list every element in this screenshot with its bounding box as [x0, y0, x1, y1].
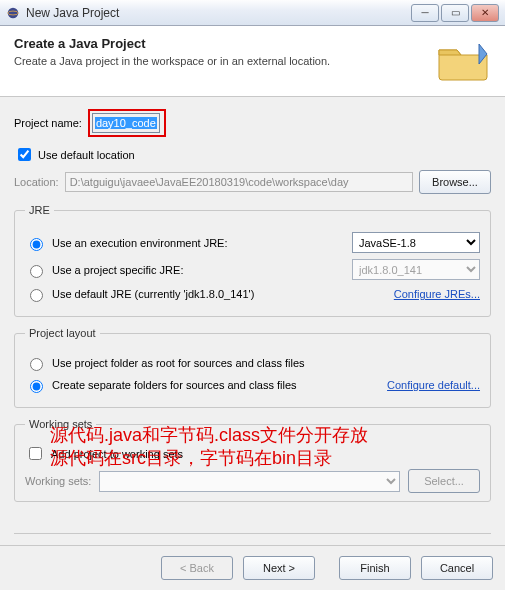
- jre-legend: JRE: [25, 204, 54, 216]
- add-working-sets-label: Add project to working sets: [51, 448, 183, 460]
- use-default-location-label: Use default location: [38, 149, 135, 161]
- root-layout-label: Use project folder as root for sources a…: [52, 357, 480, 369]
- working-sets-legend: Working sets: [25, 418, 96, 430]
- layout-group: Project layout Use project folder as roo…: [14, 327, 491, 408]
- banner-subheading: Create a Java project in the workspace o…: [14, 55, 425, 67]
- back-button: < Back: [161, 556, 233, 580]
- window-title: New Java Project: [26, 6, 119, 20]
- working-sets-label: Working sets:: [25, 475, 91, 487]
- cancel-button[interactable]: Cancel: [421, 556, 493, 580]
- window-controls: ─ ▭ ✕: [411, 4, 499, 22]
- default-jre-label: Use default JRE (currently 'jdk1.8.0_141…: [52, 288, 388, 300]
- jre-group: JRE Use an execution environment JRE: Ja…: [14, 204, 491, 317]
- exec-env-select[interactable]: JavaSE-1.8: [352, 232, 480, 253]
- wizard-banner: Create a Java Project Create a Java proj…: [0, 26, 505, 97]
- maximize-button[interactable]: ▭: [441, 4, 469, 22]
- finish-button[interactable]: Finish: [339, 556, 411, 580]
- exec-env-radio[interactable]: [30, 238, 43, 251]
- project-name-label: Project name:: [14, 117, 82, 129]
- project-jre-radio[interactable]: [30, 265, 43, 278]
- location-label: Location:: [14, 176, 59, 188]
- highlight-annotation: day10_code: [88, 109, 166, 137]
- project-jre-label: Use a project specific JRE:: [52, 264, 346, 276]
- add-working-sets-checkbox[interactable]: [29, 447, 42, 460]
- separate-layout-radio[interactable]: [30, 380, 43, 393]
- wizard-footer: < Back Next > Finish Cancel: [0, 545, 505, 590]
- browse-button[interactable]: Browse...: [419, 170, 491, 194]
- folder-icon: [435, 36, 491, 84]
- exec-env-label: Use an execution environment JRE:: [52, 237, 346, 249]
- project-name-row: Project name: day10_code: [14, 109, 491, 137]
- select-working-sets-button: Select...: [408, 469, 480, 493]
- project-name-input[interactable]: day10_code: [95, 117, 157, 129]
- configure-default-link[interactable]: Configure default...: [387, 379, 480, 391]
- root-layout-radio[interactable]: [30, 358, 43, 371]
- titlebar: New Java Project ─ ▭ ✕: [0, 0, 505, 26]
- use-default-location-checkbox[interactable]: [18, 148, 31, 161]
- separate-layout-label: Create separate folders for sources and …: [52, 379, 381, 391]
- banner-heading: Create a Java Project: [14, 36, 425, 51]
- eclipse-icon: [6, 6, 20, 20]
- svg-point-0: [8, 7, 19, 18]
- configure-jres-link[interactable]: Configure JREs...: [394, 288, 480, 300]
- close-button[interactable]: ✕: [471, 4, 499, 22]
- location-input: [65, 172, 413, 192]
- layout-legend: Project layout: [25, 327, 100, 339]
- footer-separator: [14, 533, 491, 534]
- working-sets-group: Working sets Add project to working sets…: [14, 418, 491, 502]
- minimize-button[interactable]: ─: [411, 4, 439, 22]
- working-sets-select: [99, 471, 400, 492]
- next-button[interactable]: Next >: [243, 556, 315, 580]
- project-jre-select: jdk1.8.0_141: [352, 259, 480, 280]
- default-jre-radio[interactable]: [30, 289, 43, 302]
